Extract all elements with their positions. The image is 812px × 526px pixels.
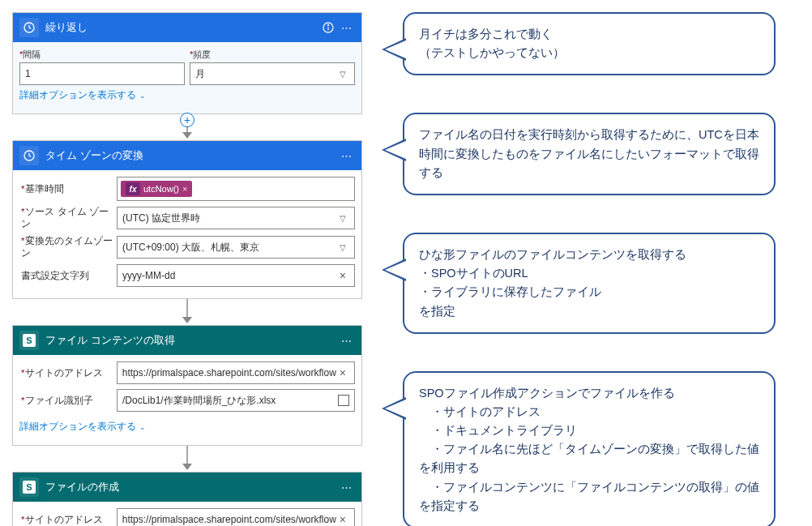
frequency-select[interactable]: 月 ▽ [190, 62, 355, 85]
advanced-options-link[interactable]: 詳細オプションを表示する⌄ [19, 417, 146, 438]
flow-designer: 繰り返し ⋯ *間隔 1 *頻度 月 ▽ [12, 12, 362, 526]
recurrence-body: *間隔 1 *頻度 月 ▽ 詳細オプションを表示する⌄ [13, 42, 361, 113]
sharepoint-icon: S [19, 477, 39, 497]
connector: + [12, 114, 362, 140]
connector [12, 299, 362, 325]
svg-marker-5 [182, 132, 192, 139]
card-tz-convert: タイム ゾーンの変換 ⋯ *基準時間 fx utcNow() × *ソース タ [12, 140, 362, 299]
card-get-file-content: S ファイル コンテンツの取得 ⋯ *サイトのアドレス https://prim… [12, 325, 362, 446]
dst-tz-select[interactable]: (UTC+09:00) 大阪、札幌、東京 ▽ [117, 236, 355, 259]
chevron-down-icon: ▽ [336, 243, 349, 252]
chevron-down-icon: ⌄ [139, 92, 146, 100]
tz-title: タイム ゾーンの変換 [45, 148, 337, 163]
connector [12, 446, 362, 472]
expression-pill[interactable]: fx utcNow() × [121, 181, 192, 197]
pill-remove[interactable]: × [182, 184, 187, 194]
format-input[interactable]: yyyy-MM-dd × [117, 264, 355, 287]
site-address-input[interactable]: https://primalspace.sharepoint.com/sites… [117, 361, 355, 384]
interval-input[interactable]: 1 [19, 62, 185, 85]
recurrence-header[interactable]: 繰り返し ⋯ [13, 13, 361, 42]
card-recurrence: 繰り返し ⋯ *間隔 1 *頻度 月 ▽ [12, 12, 362, 114]
info-icon[interactable] [319, 19, 337, 36]
svg-marker-10 [182, 464, 192, 470]
chevron-down-icon: ▽ [336, 214, 349, 223]
annotation-bubble: ひな形ファイルのファイルコンテンツを取得する ・SPOサイトのURL ・ライブラ… [403, 233, 776, 334]
frequency-label: *頻度 [190, 49, 355, 61]
site-address-input[interactable]: https://primalspace.sharepoint.com/sites… [117, 508, 355, 526]
more-icon[interactable]: ⋯ [337, 478, 355, 496]
annotation-bubble: SPOファイル作成アクションでファイルを作る ・サイトのアドレス ・ドキュメント… [403, 371, 776, 526]
file-id-label: *ファイル識別子 [19, 395, 117, 407]
file-id-input[interactable]: /DocLib1/作業時間場所_ひな形.xlsx [117, 389, 355, 412]
interval-label: *間隔 [19, 49, 185, 61]
createfile-header[interactable]: S ファイルの作成 ⋯ [13, 473, 361, 502]
sharepoint-icon: S [19, 331, 39, 350]
annotation-bubble: 月イチは多分これで動く （テストしかやってない） [403, 12, 776, 75]
site-address-label: *サイトのアドレス [19, 367, 117, 379]
src-tz-select[interactable]: (UTC) 協定世界時 ▽ [117, 207, 355, 229]
svg-marker-8 [182, 317, 192, 323]
fx-icon: fx [126, 182, 140, 195]
createfile-title: ファイルの作成 [45, 480, 337, 494]
add-step-button[interactable]: + [180, 113, 194, 127]
chevron-down-icon: ▽ [336, 70, 349, 79]
recurrence-title: 繰り返し [45, 20, 319, 35]
base-time-input[interactable]: fx utcNow() × [117, 177, 355, 201]
clear-icon[interactable]: × [336, 513, 349, 526]
site-address-label: *サイトのアドレス [19, 514, 117, 526]
clock-icon [19, 18, 39, 37]
src-tz-label: *ソース タイム ゾーン [19, 206, 117, 230]
dst-tz-label: *変換先のタイムゾーン [19, 235, 117, 259]
annotation-bubble: ファイル名の日付を実行時刻から取得するために、UTCを日本時間に変換したものをフ… [403, 113, 776, 195]
tz-header[interactable]: タイム ゾーンの変換 ⋯ [13, 141, 361, 170]
svg-point-3 [327, 24, 328, 25]
card-create-file: S ファイルの作成 ⋯ *サイトのアドレス https://primalspac… [12, 472, 362, 526]
file-picker-icon[interactable] [338, 395, 349, 406]
format-label: 書式設定文字列 [19, 270, 117, 282]
getcontent-header[interactable]: S ファイル コンテンツの取得 ⋯ [13, 326, 361, 355]
advanced-options-link[interactable]: 詳細オプションを表示する⌄ [19, 85, 146, 107]
base-time-label: *基準時間 [19, 183, 117, 195]
clear-icon[interactable]: × [336, 366, 349, 379]
clock-icon [19, 146, 39, 165]
getcontent-title: ファイル コンテンツの取得 [45, 333, 337, 348]
more-icon[interactable]: ⋯ [337, 19, 355, 36]
clear-icon[interactable]: × [336, 269, 349, 282]
more-icon[interactable]: ⋯ [337, 147, 355, 165]
chevron-down-icon: ⌄ [139, 423, 146, 431]
annotation-panel: 月イチは多分これで動く （テストしかやってない） ファイル名の日付を実行時刻から… [362, 12, 800, 526]
more-icon[interactable]: ⋯ [337, 331, 355, 349]
